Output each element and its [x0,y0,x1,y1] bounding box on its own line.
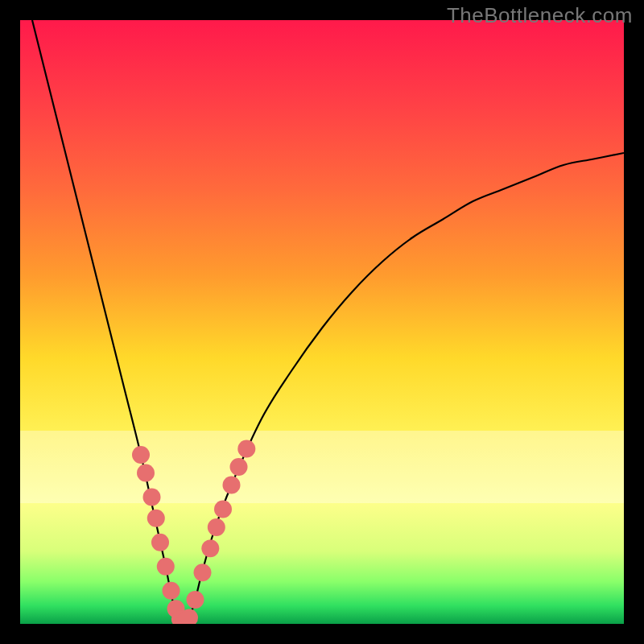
curve-marker [230,458,248,476]
highlight-band [20,431,624,503]
curve-marker [147,510,165,527]
curve-marker [214,501,232,518]
chart-gradient-frame [20,20,624,624]
curve-marker [237,440,255,458]
curve-marker [157,558,175,576]
watermark-text: TheBottleneck.com [447,3,633,28]
curve-marker [194,564,212,581]
curve-marker [132,446,150,464]
curve-marker [143,489,161,506]
curve-marker [208,518,225,536]
curve-marker [163,582,180,600]
curve-marker [201,539,219,557]
bottleneck-curve [32,20,624,624]
curve-marker [151,534,169,551]
curve-marker [137,464,155,482]
chart-svg [20,20,624,624]
curve-marker [187,591,204,609]
curve-marker [223,477,241,494]
